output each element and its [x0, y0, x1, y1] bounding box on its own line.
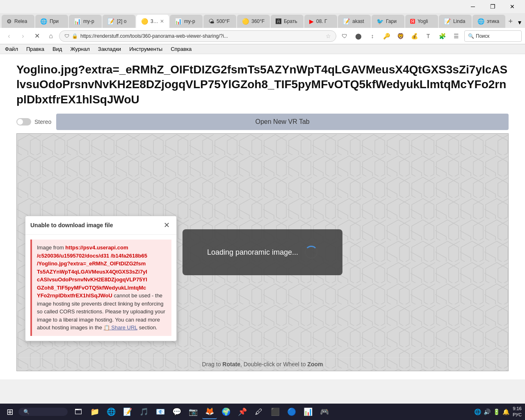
- sync-icon[interactable]: ↕: [367, 30, 378, 42]
- taskbar-app-8[interactable]: 📷: [186, 404, 201, 419]
- battery-icon[interactable]: 🔋: [493, 409, 500, 415]
- home-button[interactable]: ⌂: [45, 30, 57, 42]
- menu-bar: Файл Правка Вид Журнал Закладки Инструме…: [0, 44, 525, 54]
- taskbar-time[interactable]: 9:16 РУС: [513, 406, 522, 418]
- stereo-switch[interactable]: [16, 118, 31, 126]
- maximize-button[interactable]: ❐: [483, 0, 502, 13]
- menu-bookmarks[interactable]: Закладки: [95, 45, 124, 53]
- menu-journal[interactable]: Журнал: [67, 45, 93, 53]
- close-button[interactable]: ✕: [503, 0, 522, 13]
- wallet-icon[interactable]: 💰: [409, 30, 420, 42]
- share-url-link[interactable]: 📋 Share URL: [104, 324, 137, 331]
- loading-spinner: [305, 246, 318, 259]
- shield-icon: 🛡: [64, 33, 69, 39]
- title-bar: ─ ❐ ✕: [0, 0, 525, 13]
- taskbar-app-4[interactable]: 📝: [120, 404, 135, 419]
- profile-icon[interactable]: ⬤: [353, 30, 364, 42]
- tab-4[interactable]: 📝[2] о: [103, 15, 135, 28]
- system-icons: 🌐 🔊 🔋 🔔: [474, 409, 509, 415]
- open-vr-tab-button[interactable]: Open New VR Tab: [56, 114, 509, 130]
- taskbar-app-3[interactable]: 🌐: [104, 404, 119, 419]
- error-url: https://psv4.userapi.com /c520036/u15957…: [37, 244, 147, 299]
- loading-overlay: Loading panoramic image...: [183, 229, 342, 275]
- tab-13[interactable]: ЯYogli: [405, 15, 438, 28]
- menu-button[interactable]: ☰: [450, 30, 462, 42]
- tab-2[interactable]: 🌐При: [35, 15, 68, 28]
- taskbar-app-13[interactable]: 🔵: [284, 404, 299, 419]
- url-text: https://renderstuff.com/tools/360-panora…: [80, 33, 323, 39]
- taskbar-app-11[interactable]: 🖊: [251, 404, 266, 419]
- menu-edit[interactable]: Правка: [23, 45, 48, 53]
- reload-button[interactable]: ✕: [31, 30, 43, 42]
- taskbar-search[interactable]: 🔍: [18, 408, 68, 416]
- tab-close-icon[interactable]: ✕: [160, 18, 164, 24]
- taskbar-apps: 🗔 📁 🌐 📝 🎵 📧 💬 📷 🦊 🌍 📌 🖊 ⬛ 🔵 📊 🎮: [71, 404, 332, 419]
- zoom-text: Zoom: [307, 361, 323, 368]
- taskbar-right: 🌐 🔊 🔋 🔔 9:16 РУС: [474, 406, 522, 418]
- taskbar-app-12[interactable]: ⬛: [268, 404, 283, 419]
- tab-11[interactable]: 📝akast: [338, 15, 371, 28]
- taskbar-app-14[interactable]: 📊: [301, 404, 315, 419]
- viewer-hint: Drag to Rotate, Double-click or Wheel to…: [17, 357, 508, 371]
- notification-icon[interactable]: 🔔: [502, 409, 509, 415]
- tab-list-button[interactable]: ▾: [516, 16, 523, 28]
- taskbar-app-6[interactable]: 📧: [153, 404, 168, 419]
- tab-8[interactable]: 🟡360°F: [237, 15, 270, 28]
- controls-bar: Stereo Open New VR Tab: [16, 114, 509, 130]
- tab-10[interactable]: ▶08. Г: [304, 15, 337, 28]
- panorama-viewer[interactable]: Loading panoramic image... Unable to dow…: [16, 133, 509, 371]
- error-dialog: Unable to download image file ✕ Image fr…: [25, 216, 177, 341]
- start-button[interactable]: ⊞: [3, 407, 17, 417]
- addon-icon[interactable]: 🧩: [436, 30, 448, 42]
- forward-button[interactable]: ›: [17, 30, 29, 42]
- error-dialog-body: Image from https://psv4.userapi.com /c52…: [25, 235, 176, 341]
- taskbar-app-15[interactable]: 🎮: [317, 404, 332, 419]
- taskbar-app-2[interactable]: 📁: [87, 404, 102, 419]
- menu-view[interactable]: Вид: [49, 45, 66, 53]
- password-icon[interactable]: 🔑: [381, 30, 392, 42]
- tab-9[interactable]: 🅰Брать: [271, 15, 304, 28]
- menu-file[interactable]: Файл: [2, 45, 21, 53]
- clock-time: 9:16: [513, 406, 522, 412]
- tab-14[interactable]: 📝Linda: [439, 15, 472, 28]
- error-dialog-header: Unable to download image file ✕: [25, 216, 176, 235]
- rotate-text: Rotate: [222, 361, 240, 368]
- new-tab-button[interactable]: +: [506, 15, 515, 28]
- volume-icon[interactable]: 🔊: [484, 409, 491, 415]
- search-icon: 🔍: [468, 33, 474, 39]
- brave-icon[interactable]: 🦁: [395, 30, 406, 42]
- taskbar-app-7[interactable]: 💬: [169, 404, 184, 419]
- tab-active-360[interactable]: 🟡 360° ✕: [136, 15, 169, 28]
- tab-1[interactable]: ⚙Relea: [2, 15, 34, 28]
- tab-15[interactable]: 🌐этика: [472, 15, 505, 28]
- search-icon: 🔍: [23, 409, 30, 415]
- taskbar-app-10[interactable]: 📌: [235, 404, 250, 419]
- tab-bar: ⚙Relea 🌐При 📊my-p 📝[2] о 🟡 360° ✕ 📊my-p …: [0, 13, 525, 28]
- address-bar: ‹ › ✕ ⌂ 🛡 🔒 https://renderstuff.com/tool…: [0, 28, 525, 44]
- tab-7[interactable]: 🌤500°F: [203, 15, 236, 28]
- lock-icon: 🔒: [72, 33, 78, 39]
- taskbar: ⊞ 🔍 🗔 📁 🌐 📝 🎵 📧 💬 📷 🦊 🌍 📌 🖊 ⬛ 🔵 📊 🎮 🌐 🔊 …: [0, 404, 525, 420]
- error-message-before: Image from: [37, 244, 65, 251]
- back-button[interactable]: ‹: [3, 30, 15, 42]
- address-input[interactable]: 🛡 🔒 https://renderstuff.com/tools/360-pa…: [59, 30, 336, 42]
- stereo-label: Stereo: [34, 119, 51, 125]
- extensions-icon[interactable]: 🛡: [339, 30, 350, 42]
- menu-tools[interactable]: Инструменты: [126, 45, 166, 53]
- network-icon[interactable]: 🌐: [474, 409, 481, 415]
- taskbar-app-browser[interactable]: 🦊: [202, 404, 217, 419]
- tab-3[interactable]: 📊my-p: [69, 15, 102, 28]
- taskbar-app-5[interactable]: 🎵: [137, 404, 151, 419]
- search-box[interactable]: 🔍 Поиск: [464, 30, 522, 42]
- tab-6[interactable]: 📊my-p: [170, 15, 203, 28]
- taskbar-app-1[interactable]: 🗔: [71, 404, 86, 419]
- translate-icon[interactable]: T: [422, 30, 434, 42]
- error-dialog-title: Unable to download image file: [30, 222, 113, 228]
- taskbar-app-9[interactable]: 🌍: [219, 404, 233, 419]
- menu-help[interactable]: Справка: [167, 45, 195, 53]
- minimize-button[interactable]: ─: [463, 0, 482, 13]
- error-dialog-close-button[interactable]: ✕: [162, 220, 171, 230]
- bookmark-icon[interactable]: ☆: [326, 33, 331, 39]
- tab-12[interactable]: 🐦Гари: [372, 15, 404, 28]
- stereo-toggle: Stereo: [16, 118, 51, 126]
